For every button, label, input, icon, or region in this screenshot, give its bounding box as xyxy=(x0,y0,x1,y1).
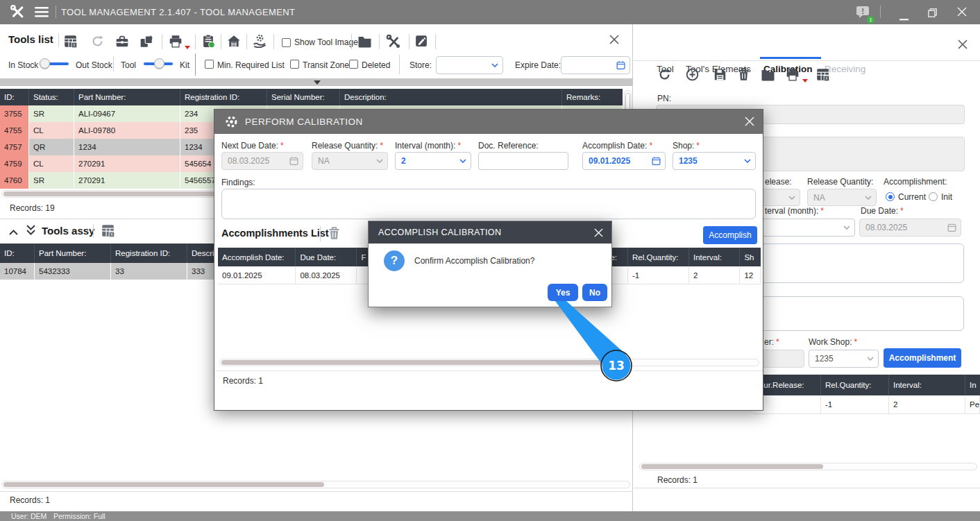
col-registration-id[interactable]: Registration ID: xyxy=(180,89,267,105)
col-due-date[interactable]: Due Date: xyxy=(296,248,357,266)
col-part-number[interactable]: Part Number: xyxy=(74,89,180,105)
accomplish-date-label: Accomplish Date:* xyxy=(582,141,652,151)
popup-close-icon[interactable] xyxy=(594,228,603,240)
radio-current[interactable] xyxy=(886,191,895,204)
close-window-button[interactable] xyxy=(957,7,967,19)
release-quantity-select[interactable]: NA xyxy=(312,152,388,170)
accomplish-date-input[interactable]: 09.01.2025 xyxy=(582,152,666,170)
titlebar-divider xyxy=(56,6,56,18)
col-description[interactable]: Description: xyxy=(340,89,562,105)
col-cur-release[interactable]: Cur.Release: xyxy=(754,375,821,395)
col-shop-fragment[interactable]: Sh xyxy=(740,248,761,266)
doc-number-label-fragment: er:* xyxy=(764,337,779,347)
panel-export-excel-icon[interactable]: x xyxy=(816,68,829,81)
messages-icon[interactable]: 1 xyxy=(855,6,872,22)
edit-icon[interactable] xyxy=(415,35,428,47)
tools-records-count: Records: 19 xyxy=(10,203,55,213)
min-required-checkbox[interactable] xyxy=(205,60,214,69)
store-select[interactable] xyxy=(436,56,503,74)
move-copy-icon[interactable] xyxy=(140,35,153,48)
col-status[interactable]: Status: xyxy=(29,89,74,105)
interval-select[interactable] xyxy=(750,219,855,237)
col-assy-part[interactable]: Part Number: xyxy=(35,244,111,263)
expire-date-input[interactable] xyxy=(561,56,630,74)
splitter-arrow-icon xyxy=(314,80,321,85)
col-rel-quantity[interactable]: Rel.Quantity: xyxy=(628,248,689,266)
panel-refresh-icon[interactable] xyxy=(658,68,671,81)
col-assy-reg[interactable]: Registration ID: xyxy=(111,244,187,263)
hand-service-icon[interactable] xyxy=(253,34,267,48)
close-tools-list-icon[interactable] xyxy=(609,35,619,47)
restore-button[interactable] xyxy=(928,8,937,20)
panel-save-icon[interactable] xyxy=(713,68,727,81)
panel-folder-icon[interactable] xyxy=(761,69,775,81)
accomplishment-button[interactable]: Accomplishment xyxy=(884,348,961,368)
divider xyxy=(351,34,352,49)
status-permission: Permission: Full xyxy=(53,512,105,520)
tabs-divider xyxy=(634,60,980,61)
accomplishment-label: Accomplishment: xyxy=(884,177,947,187)
print-dropdown-chevron-icon[interactable] xyxy=(185,40,190,52)
minimize-button[interactable] xyxy=(899,11,909,24)
print-icon[interactable] xyxy=(169,35,183,48)
hscrollbar-thumb[interactable] xyxy=(221,360,607,365)
export-excel-icon[interactable]: x xyxy=(64,35,77,48)
panel-print-dropdown-icon[interactable] xyxy=(802,73,808,85)
expand-double-down-icon[interactable] xyxy=(26,224,36,239)
tool-kit-toggle[interactable] xyxy=(144,58,173,69)
col-assy-id[interactable]: ID: xyxy=(0,244,35,263)
col-rel-quantity[interactable]: Rel.Quantity: xyxy=(821,375,889,395)
col-remarks[interactable]: Remarks: xyxy=(562,89,623,105)
release-quantity-select[interactable]: NA xyxy=(807,189,877,206)
findings-textarea[interactable] xyxy=(221,189,756,219)
toolbox-icon[interactable] xyxy=(115,35,129,48)
accomplish-button[interactable]: Accomplish xyxy=(703,226,757,244)
hamburger-menu-icon[interactable] xyxy=(35,7,49,20)
panel-table-row[interactable]: -1 2 Pe xyxy=(754,395,980,414)
col-accomplish-date[interactable]: Accomplish Date: xyxy=(218,248,296,266)
panel-print-icon[interactable] xyxy=(786,68,800,81)
divider xyxy=(195,34,196,49)
app-logo-tools-icon xyxy=(10,4,25,19)
warehouse-home-icon[interactable] xyxy=(227,35,241,48)
col-interval[interactable]: Interval: xyxy=(689,248,740,266)
next-due-date-input[interactable]: 08.03.2025 xyxy=(221,152,303,170)
repair-tools-icon[interactable] xyxy=(386,34,400,49)
folder-icon[interactable] xyxy=(357,35,372,48)
panel-add-icon[interactable] xyxy=(686,68,699,81)
assy-export-excel-icon[interactable]: x xyxy=(101,224,115,240)
col-interval-type[interactable]: In xyxy=(965,375,980,395)
hscrollbar-thumb[interactable] xyxy=(641,464,823,469)
clipboard-tasks-icon[interactable] xyxy=(201,34,215,48)
work-shop-select[interactable]: 1235 xyxy=(809,350,879,368)
interval-select[interactable]: 2 xyxy=(395,152,471,170)
tab-receiving[interactable]: Receiving xyxy=(825,64,865,74)
notes-textarea[interactable] xyxy=(750,296,964,331)
divider xyxy=(435,34,436,49)
app-window: TOOL MANAGEMENT 2.1.407 - TOOL MANAGEMEN… xyxy=(0,0,980,521)
remarks-textarea[interactable] xyxy=(750,244,964,283)
col-serial-number[interactable]: Serial Number: xyxy=(267,89,340,105)
col-interval[interactable]: Interval: xyxy=(889,375,965,395)
refresh-icon[interactable] xyxy=(91,35,104,51)
transit-zone-checkbox[interactable] xyxy=(290,60,299,69)
popup-message: Confirm Accomplish Calibration? xyxy=(414,256,534,266)
dialog-header[interactable]: PERFORM CALIBRATION xyxy=(214,110,763,134)
panel-delete-icon[interactable] xyxy=(738,68,750,81)
show-tool-image-checkbox[interactable] xyxy=(282,38,291,47)
delete-accomplishment-icon[interactable] xyxy=(328,227,340,243)
stock-toggle[interactable] xyxy=(40,58,69,69)
doc-reference-input[interactable] xyxy=(478,152,568,170)
deleted-checkbox[interactable] xyxy=(349,60,358,69)
yes-button[interactable]: Yes xyxy=(548,284,578,301)
due-date-input[interactable]: 08.03.2025 xyxy=(859,219,961,237)
hscrollbar-thumb[interactable] xyxy=(3,482,324,487)
dialog-close-icon[interactable] xyxy=(745,117,754,129)
popup-header[interactable]: ACCOMPLISH CALIBRATION xyxy=(369,221,611,244)
collapse-up-icon[interactable] xyxy=(8,227,19,239)
horizontal-splitter[interactable] xyxy=(0,78,633,86)
shop-select[interactable]: 1235 xyxy=(673,152,756,170)
col-id[interactable]: ID: xyxy=(0,89,29,105)
close-panel-icon[interactable] xyxy=(958,40,968,52)
radio-init[interactable] xyxy=(929,191,938,204)
